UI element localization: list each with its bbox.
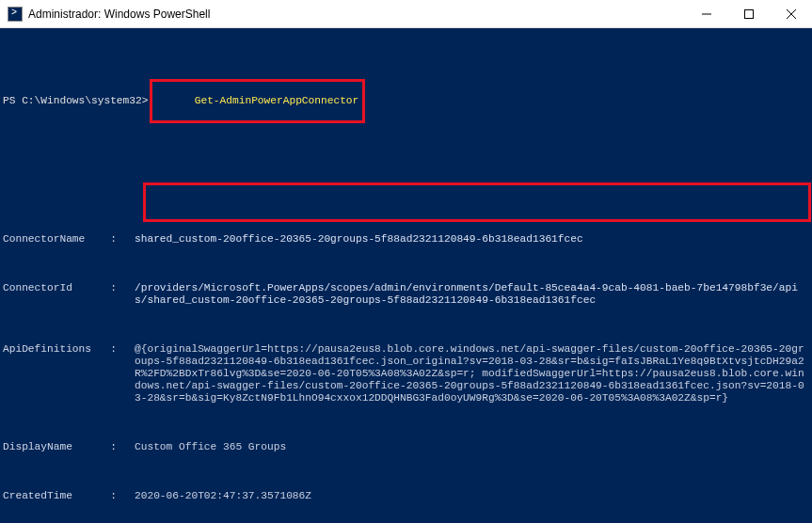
- minimize-button[interactable]: [685, 0, 727, 27]
- output-value: shared_custom-20office-20365-20groups-5f…: [135, 233, 809, 246]
- output-label: DisplayName :: [3, 441, 135, 453]
- output-value: @{originalSwaggerUrl=https://pausa2eus8.…: [135, 343, 809, 404]
- window-title: Administrador: Windows PowerShell: [28, 8, 685, 21]
- command-highlight-box: Get-AdminPowerAppConnector: [150, 79, 365, 123]
- close-button[interactable]: [770, 0, 812, 27]
- output-row: DisplayName : Custom Office 365 Groups: [3, 441, 809, 453]
- output-row: CreatedTime : 2020-06-20T02:47:37.357108…: [3, 490, 809, 502]
- output-label: ConnectorName :: [3, 233, 135, 246]
- output-row: ApiDefinitions : @{originalSwaggerUrl=ht…: [3, 343, 809, 404]
- output-highlight-box: [143, 182, 811, 222]
- output-value: Custom Office 365 Groups: [135, 441, 809, 453]
- command-text: Get-AdminPowerAppConnector: [195, 95, 359, 106]
- output-row: ConnectorId : /providers/Microsoft.Power…: [3, 282, 809, 307]
- terminal-area[interactable]: PS C:\Windows\system32> Get-AdminPowerAp…: [0, 28, 812, 523]
- title-bar: Administrador: Windows PowerShell: [0, 0, 812, 28]
- maximize-button[interactable]: [727, 0, 770, 27]
- output-value: 2020-06-20T02:47:37.3571086Z: [135, 490, 809, 502]
- output-label: ConnectorId :: [3, 282, 135, 307]
- output-row: ConnectorName : shared_custom-20office-2…: [3, 233, 809, 246]
- output-block: ConnectorName : shared_custom-20office-2…: [3, 184, 809, 523]
- prompt-line: PS C:\Windows\system32> Get-AdminPowerAp…: [3, 79, 809, 123]
- window-controls: [685, 0, 812, 27]
- prompt-path: PS C:\Windows\system32>: [3, 95, 148, 107]
- output-label: ApiDefinitions :: [3, 343, 135, 404]
- output-value: /providers/Microsoft.PowerApps/scopes/ad…: [135, 282, 809, 307]
- svg-rect-1: [744, 9, 753, 18]
- powershell-icon: [8, 7, 23, 22]
- output-label: CreatedTime :: [3, 490, 135, 502]
